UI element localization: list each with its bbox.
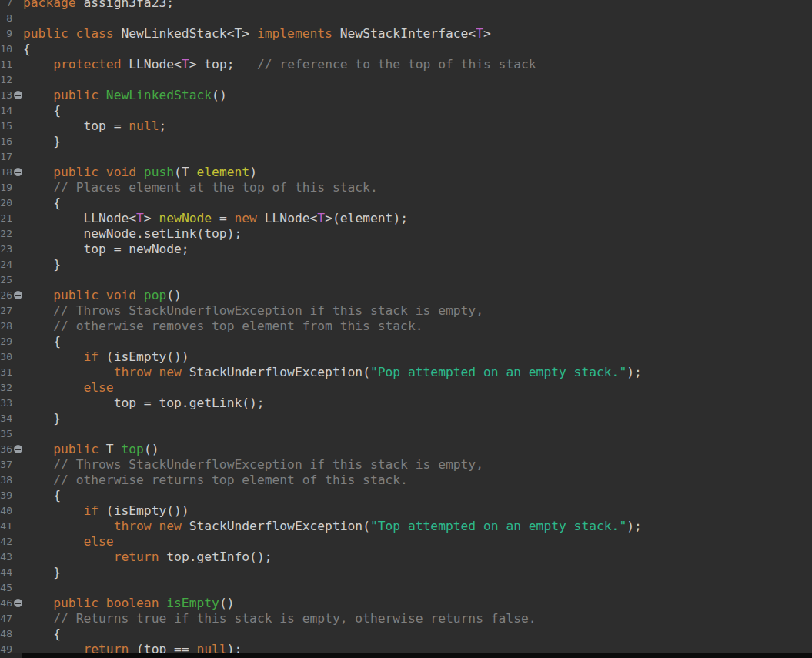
code-line: 9public class NewLinkedStack<T> implemen… — [0, 26, 812, 42]
fold-column — [12, 134, 23, 149]
line-number: 20 — [0, 195, 12, 211]
code-token-pl — [23, 534, 83, 549]
code-line: 18 public void push(T element) — [0, 165, 812, 180]
code-token-cm: // Throws StackUnderflowException if thi… — [53, 457, 483, 472]
code-text: else — [23, 380, 114, 396]
code-token-pl: > top; — [189, 57, 235, 72]
code-text: else — [23, 534, 114, 549]
code-line: 26 public void pop() — [0, 288, 812, 303]
code-token-pl — [136, 288, 144, 302]
code-token-pl: top.getInfo(); — [159, 549, 272, 564]
code-token-pl: > — [483, 26, 491, 41]
code-token-pl — [23, 596, 53, 610]
code-token-pl — [159, 596, 166, 610]
fold-column — [12, 519, 23, 534]
code-token-pl — [99, 88, 106, 102]
code-token-kw: public — [53, 88, 99, 102]
code-token-pl: } — [23, 565, 61, 580]
fold-collapse-icon[interactable] — [14, 91, 22, 99]
fold-column — [12, 534, 23, 549]
line-number: 24 — [0, 257, 12, 272]
code-token-pl — [23, 57, 53, 72]
code-text: top = null; — [23, 119, 166, 134]
code-token-pl — [23, 442, 53, 456]
code-text: public class NewLinkedStack<T> implement… — [23, 26, 491, 42]
fold-column — [12, 119, 23, 134]
line-number: 21 — [0, 211, 12, 226]
line-number: 22 — [0, 226, 12, 242]
code-line: 12 — [0, 72, 812, 88]
code-token-pl: LLNode< — [23, 211, 136, 225]
code-text: public void pop() — [23, 288, 182, 303]
line-number: 45 — [0, 580, 12, 596]
code-token-pl: { — [23, 42, 31, 56]
line-number: 40 — [0, 503, 12, 519]
fold-column — [12, 565, 23, 580]
code-line: 23 top = newNode; — [0, 242, 812, 257]
code-token-pl — [23, 288, 53, 302]
code-token-pl — [23, 319, 53, 333]
fold-column — [12, 349, 23, 365]
code-text: public void push(T element) — [23, 165, 257, 180]
line-number: 29 — [0, 334, 12, 349]
code-token-st: "Pop attempted on an empty stack." — [370, 365, 627, 379]
code-token-kw: if — [83, 349, 99, 364]
code-token-pl: (T — [174, 165, 196, 179]
code-token-kw: public — [53, 442, 99, 456]
code-token-me: NewLinkedStack — [106, 88, 212, 102]
code-editor[interactable]: 7package assign3fa23;89public class NewL… — [0, 0, 812, 658]
code-token-pl — [23, 165, 53, 179]
code-text: { — [23, 103, 61, 119]
code-token-pl: >(element); — [325, 211, 408, 225]
code-text: { — [23, 626, 61, 642]
line-number: 43 — [0, 549, 12, 565]
code-text: newNode.setLink(top); — [23, 226, 242, 242]
code-token-pl: T — [99, 442, 121, 456]
code-text: // Returns true if this stack is empty, … — [23, 611, 536, 626]
line-number: 37 — [0, 457, 12, 473]
fold-column — [12, 149, 23, 165]
fold-collapse-icon[interactable] — [14, 291, 22, 299]
code-token-pl — [23, 180, 53, 195]
line-number: 46 — [0, 596, 12, 611]
code-line: 33 top = top.getLink(); — [0, 396, 812, 411]
code-text: { — [23, 42, 31, 57]
fold-collapse-icon[interactable] — [14, 168, 22, 176]
horizontal-scrollbar-track[interactable] — [0, 653, 812, 658]
code-text: // Throws StackUnderflowException if thi… — [23, 457, 483, 473]
code-token-pl — [23, 549, 114, 564]
line-number: 28 — [0, 319, 12, 334]
code-text: { — [23, 488, 61, 503]
code-token-kw: public class — [23, 26, 114, 41]
fold-column — [12, 411, 23, 426]
fold-column — [12, 103, 23, 119]
code-line: 19 // Places element at the top of this … — [0, 180, 812, 195]
fold-column — [12, 596, 23, 611]
fold-collapse-icon[interactable] — [14, 599, 22, 607]
code-token-kw: new — [235, 211, 257, 225]
code-token-cm: // otherwise removes top element from th… — [53, 319, 423, 333]
code-text: // Throws StackUnderflowException if thi… — [23, 303, 483, 319]
horizontal-scrollbar-thumb[interactable] — [22, 653, 812, 658]
code-token-pl: { — [23, 626, 61, 641]
fold-column — [12, 549, 23, 565]
code-token-pl: top = newNode; — [23, 242, 189, 256]
code-token-cm: // Places element at the top of this sta… — [53, 180, 378, 195]
code-token-pl: ); — [627, 365, 642, 379]
fold-collapse-icon[interactable] — [14, 445, 22, 453]
fold-column — [12, 580, 23, 596]
code-line: 43 return top.getInfo(); — [0, 549, 812, 565]
line-number: 15 — [0, 119, 12, 134]
code-token-kw: return — [114, 549, 159, 564]
code-token-kw: null — [129, 119, 159, 133]
code-token-pl: assign3fa23; — [76, 0, 174, 10]
line-number: 44 — [0, 565, 12, 580]
code-token-pl: top = — [23, 119, 129, 133]
line-number: 27 — [0, 303, 12, 319]
code-line: 28 // otherwise removes top element from… — [0, 319, 812, 334]
code-token-pl: StackUnderflowException( — [182, 365, 370, 379]
code-line: 20 { — [0, 195, 812, 211]
code-line: 41 throw new StackUnderflowException("To… — [0, 519, 812, 534]
line-number: 8 — [0, 11, 12, 26]
code-line: 32 else — [0, 380, 812, 396]
